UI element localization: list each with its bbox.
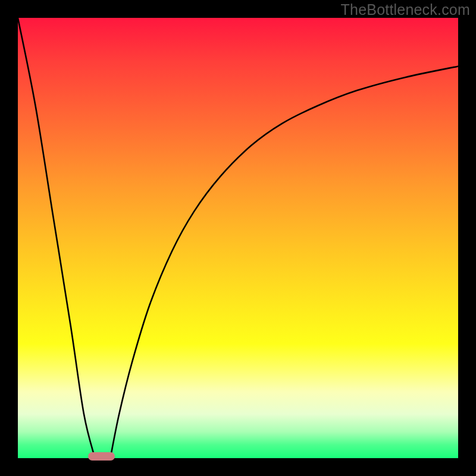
series-right-branch	[110, 66, 458, 458]
series-left-branch	[18, 18, 95, 458]
min-region-marker	[88, 452, 114, 461]
plot-area	[18, 18, 458, 458]
chart-curves	[18, 18, 458, 458]
watermark-text: TheBottleneck.com	[341, 1, 470, 18]
chart-frame: TheBottleneck.com	[0, 0, 476, 476]
